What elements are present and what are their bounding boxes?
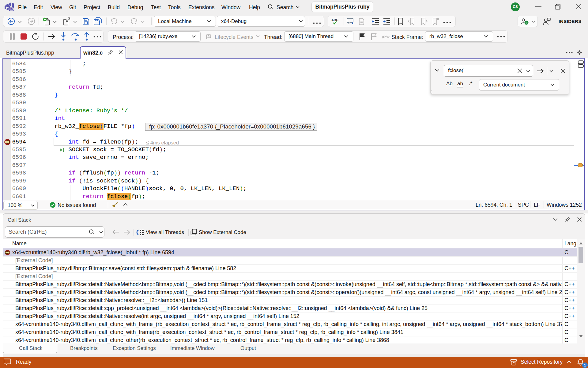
svg-text:ABC: ABC (331, 18, 338, 22)
svg-text:IN: IN (10, 8, 13, 11)
